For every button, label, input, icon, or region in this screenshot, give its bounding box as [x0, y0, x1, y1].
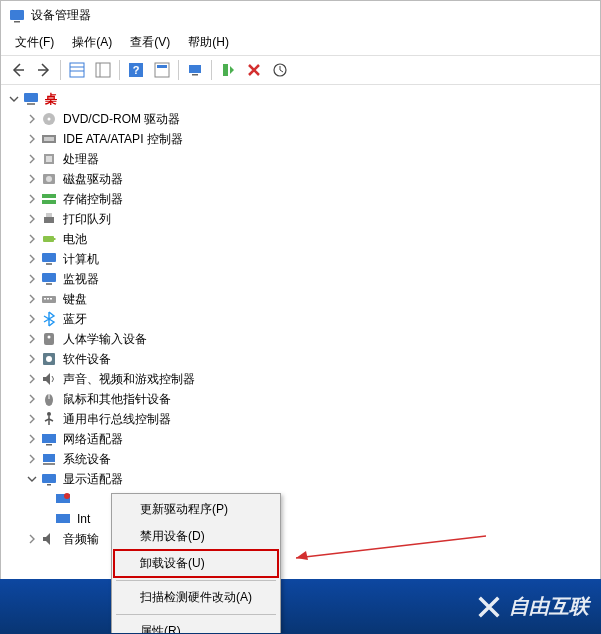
- tree-category[interactable]: 打印队列: [3, 209, 598, 229]
- collapse-icon[interactable]: [25, 472, 39, 486]
- svg-rect-0: [10, 10, 24, 20]
- svg-rect-32: [46, 263, 52, 265]
- svg-rect-22: [46, 156, 52, 162]
- separator: [119, 60, 120, 80]
- device-label: Int: [74, 511, 93, 527]
- forward-button[interactable]: [32, 58, 56, 82]
- ctx-disable-device[interactable]: 禁用设备(D): [114, 523, 278, 550]
- tree-category[interactable]: IDE ATA/ATAPI 控制器: [3, 129, 598, 149]
- svg-point-18: [48, 118, 51, 121]
- tree-category[interactable]: 通用串行总线控制器: [3, 409, 598, 429]
- tree-category[interactable]: 系统设备: [3, 449, 598, 469]
- separator: [178, 60, 179, 80]
- menu-help[interactable]: 帮助(H): [180, 32, 237, 53]
- tree-category[interactable]: 键盘: [3, 289, 598, 309]
- help-button[interactable]: ?: [124, 58, 148, 82]
- svg-rect-1: [14, 21, 20, 23]
- bt-icon: [41, 311, 57, 327]
- tree-item-gpu[interactable]: Int: [3, 509, 598, 529]
- menu-action[interactable]: 操作(A): [64, 32, 120, 53]
- tree-category[interactable]: 计算机: [3, 249, 598, 269]
- menu-file[interactable]: 文件(F): [7, 32, 62, 53]
- watermark-text: 自由互联: [509, 593, 589, 620]
- expand-icon[interactable]: [25, 452, 39, 466]
- expand-icon[interactable]: [25, 272, 39, 286]
- enable-button[interactable]: [216, 58, 240, 82]
- tree-root[interactable]: 桌: [3, 89, 598, 109]
- tree-category[interactable]: 人体学输入设备: [3, 329, 598, 349]
- tree-category[interactable]: 电池: [3, 229, 598, 249]
- sys-icon: [41, 451, 57, 467]
- svg-rect-2: [70, 63, 84, 77]
- svg-rect-25: [42, 194, 56, 198]
- back-button[interactable]: [6, 58, 30, 82]
- expand-icon[interactable]: [25, 132, 39, 146]
- ctx-properties[interactable]: 属性(R): [114, 618, 278, 633]
- separator: [60, 60, 61, 80]
- svg-line-56: [296, 536, 486, 558]
- expand-icon[interactable]: [25, 252, 39, 266]
- category-label: 打印队列: [60, 210, 114, 229]
- ctx-scan-hardware[interactable]: 扫描检测硬件改动(A): [114, 584, 278, 611]
- tree-category[interactable]: 存储控制器: [3, 189, 598, 209]
- keyboard-icon: [41, 291, 57, 307]
- expand-icon[interactable]: [25, 392, 39, 406]
- menu-view[interactable]: 查看(V): [122, 32, 178, 53]
- printer-icon: [41, 211, 57, 227]
- category-label: 处理器: [60, 150, 102, 169]
- expand-icon[interactable]: [25, 312, 39, 326]
- tree-category[interactable]: 网络适配器: [3, 429, 598, 449]
- window-title: 设备管理器: [31, 7, 91, 24]
- expand-icon[interactable]: [25, 432, 39, 446]
- svg-rect-28: [46, 213, 52, 217]
- context-menu: 更新驱动程序(P) 禁用设备(D) 卸载设备(U) 扫描检测硬件改动(A) 属性…: [111, 493, 281, 633]
- expand-icon[interactable]: [25, 232, 39, 246]
- expand-icon[interactable]: [25, 212, 39, 226]
- collapse-icon[interactable]: [7, 92, 21, 106]
- svg-text:?: ?: [133, 64, 140, 76]
- svg-point-40: [48, 336, 51, 339]
- svg-rect-31: [42, 253, 56, 262]
- properties-button[interactable]: [150, 58, 174, 82]
- tree-category[interactable]: 声音、视频和游戏控制器: [3, 369, 598, 389]
- svg-rect-5: [96, 63, 110, 77]
- list-view-button[interactable]: [91, 58, 115, 82]
- tree-category[interactable]: 蓝牙: [3, 309, 598, 329]
- update-driver-button[interactable]: [268, 58, 292, 82]
- tree-category-display[interactable]: 显示适配器: [3, 469, 598, 489]
- tree-category[interactable]: 磁盘驱动器: [3, 169, 598, 189]
- scan-hardware-button[interactable]: [183, 58, 207, 82]
- category-label: 鼠标和其他指针设备: [60, 390, 174, 409]
- expand-icon[interactable]: [25, 172, 39, 186]
- expand-icon[interactable]: [25, 372, 39, 386]
- expand-icon[interactable]: [25, 352, 39, 366]
- tree-category[interactable]: 监视器: [3, 269, 598, 289]
- svg-rect-49: [43, 454, 55, 462]
- svg-rect-36: [44, 298, 46, 300]
- ctx-update-driver[interactable]: 更新驱动程序(P): [114, 496, 278, 523]
- svg-rect-48: [46, 444, 52, 446]
- device-tree[interactable]: 桌 DVD/CD-ROM 驱动器IDE ATA/ATAPI 控制器处理器磁盘驱动…: [1, 85, 600, 633]
- display-adapter-icon: [55, 491, 71, 507]
- category-label: 软件设备: [60, 350, 114, 369]
- expand-icon[interactable]: [25, 412, 39, 426]
- tree-category[interactable]: 鼠标和其他指针设备: [3, 389, 598, 409]
- expand-icon[interactable]: [25, 292, 39, 306]
- display-adapter-icon: [55, 511, 71, 527]
- svg-rect-10: [157, 65, 167, 68]
- expand-icon[interactable]: [25, 112, 39, 126]
- category-label: 系统设备: [60, 450, 114, 469]
- svg-rect-34: [46, 283, 52, 285]
- ctx-uninstall-device[interactable]: 卸载设备(U): [114, 550, 278, 577]
- tree-item-gpu[interactable]: [3, 489, 598, 509]
- tree-category[interactable]: DVD/CD-ROM 驱动器: [3, 109, 598, 129]
- expand-icon[interactable]: [25, 152, 39, 166]
- detail-view-button[interactable]: [65, 58, 89, 82]
- annotation-arrow: [286, 530, 496, 570]
- expand-icon[interactable]: [25, 192, 39, 206]
- tree-category[interactable]: 软件设备: [3, 349, 598, 369]
- tree-category[interactable]: 处理器: [3, 149, 598, 169]
- uninstall-button[interactable]: [242, 58, 266, 82]
- expand-icon[interactable]: [25, 332, 39, 346]
- expand-icon[interactable]: [25, 532, 39, 546]
